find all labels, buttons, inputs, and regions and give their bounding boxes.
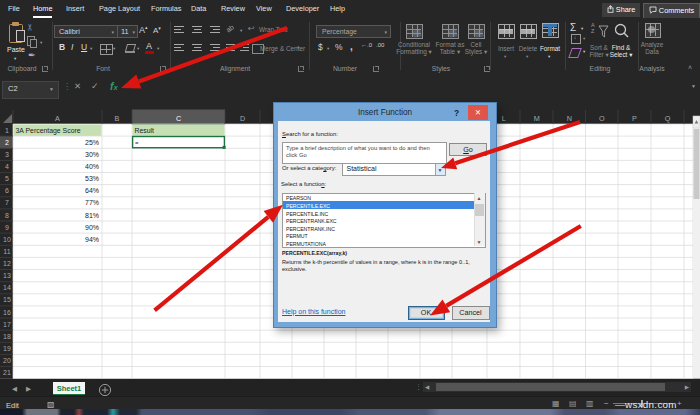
svg-text:7: 7 <box>5 199 9 206</box>
svg-text:81%: 81% <box>85 212 99 219</box>
svg-text:17: 17 <box>3 321 11 328</box>
svg-text:21: 21 <box>3 369 11 376</box>
svg-text:N: N <box>567 114 572 123</box>
svg-text:B: B <box>115 114 120 123</box>
svg-text:D: D <box>240 114 245 123</box>
svg-text:Q: Q <box>665 114 671 123</box>
svg-text:2: 2 <box>5 139 9 146</box>
svg-text:77%: 77% <box>85 199 99 206</box>
svg-text:5: 5 <box>5 175 9 182</box>
svg-text:16: 16 <box>3 309 11 316</box>
svg-text:12: 12 <box>3 260 11 267</box>
svg-text:8: 8 <box>5 212 9 219</box>
svg-text:O: O <box>599 114 605 123</box>
svg-text:3: 3 <box>5 151 9 158</box>
svg-text:15: 15 <box>3 296 11 303</box>
svg-text:25%: 25% <box>85 139 99 146</box>
svg-text:40%: 40% <box>85 163 99 170</box>
svg-text:10: 10 <box>3 236 11 243</box>
svg-text:6: 6 <box>5 187 9 194</box>
svg-text:18: 18 <box>3 333 11 340</box>
svg-text:4: 4 <box>5 163 9 170</box>
svg-text:A: A <box>55 114 60 123</box>
svg-text:20: 20 <box>3 357 11 364</box>
svg-text:3A Percentage Score: 3A Percentage Score <box>16 127 81 135</box>
svg-text:9: 9 <box>5 224 9 231</box>
svg-text:1: 1 <box>5 127 9 134</box>
svg-text:C: C <box>176 114 181 123</box>
svg-text:P: P <box>632 114 637 123</box>
svg-text:Result: Result <box>135 127 155 134</box>
svg-text:13: 13 <box>3 272 11 279</box>
svg-text:19: 19 <box>3 345 11 352</box>
svg-text:M: M <box>534 114 540 123</box>
svg-text:30%: 30% <box>85 151 99 158</box>
svg-text:64%: 64% <box>85 187 99 194</box>
svg-text:11: 11 <box>3 248 10 255</box>
svg-text:14: 14 <box>3 284 11 291</box>
svg-text:90%: 90% <box>85 224 99 231</box>
svg-text:=: = <box>135 140 139 146</box>
svg-text:94%: 94% <box>85 236 99 243</box>
svg-text:L: L <box>502 114 506 123</box>
svg-text:53%: 53% <box>85 175 99 182</box>
